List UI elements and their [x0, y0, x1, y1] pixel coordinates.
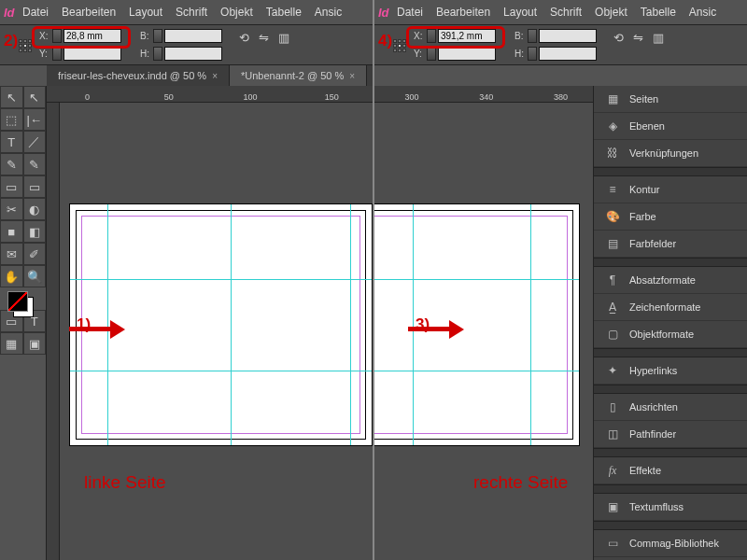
close-icon[interactable]: ×	[212, 71, 218, 81]
panel-separator	[594, 484, 747, 494]
panel-ausrichten[interactable]: ▯Ausrichten	[594, 394, 747, 421]
line-tool[interactable]: ／	[23, 131, 47, 153]
menu-objekt[interactable]: Objekt	[220, 6, 253, 19]
y-input[interactable]	[438, 47, 496, 61]
tab-doc-2[interactable]: *Unbenannt-2 @ 50 %×	[230, 65, 367, 86]
panel-separator	[594, 521, 747, 530]
menu-bearbeiten[interactable]: Bearbeiten	[62, 6, 116, 19]
guide-vertical[interactable]	[530, 204, 531, 445]
w-input[interactable]	[539, 29, 597, 43]
menu-schrift[interactable]: Schrift	[550, 6, 582, 19]
panel-farbe[interactable]: 🎨Farbe	[594, 203, 747, 231]
tab-label: *Unbenannt-2 @ 50 %	[241, 70, 344, 81]
panel-ebenen[interactable]: ◈Ebenen	[594, 113, 747, 140]
transform-tool[interactable]: ◐	[23, 198, 47, 220]
align-icon[interactable]: ▥	[278, 31, 289, 45]
panel-bibliothek[interactable]: ▭Commag-Bibliothek	[594, 530, 747, 557]
panel-label: Seiten	[629, 93, 658, 105]
hand-tool[interactable]: ✋	[0, 265, 23, 287]
close-icon[interactable]: ×	[349, 71, 355, 81]
pencil-tool[interactable]: ✎	[23, 153, 47, 175]
rotate-icon[interactable]: ⟲	[239, 31, 249, 45]
h-stepper[interactable]	[153, 47, 162, 61]
panel-label: Effekte	[629, 465, 661, 476]
panel-kontur[interactable]: ≡Kontur	[594, 176, 747, 203]
panel-textumfluss[interactable]: ▣Textumfluss	[594, 494, 747, 521]
flip-icon[interactable]: ⇋	[633, 31, 643, 45]
w-label: B:	[514, 31, 526, 41]
swatch-tool[interactable]: ◧	[23, 220, 47, 243]
color-icon: 🎨	[605, 210, 620, 223]
guide-vertical[interactable]	[231, 204, 232, 445]
note-tool[interactable]: ✉	[0, 243, 23, 265]
menu-layout[interactable]: Layout	[129, 6, 162, 19]
panel-farbfelder[interactable]: ▤Farbfelder	[594, 231, 747, 258]
flip-icon[interactable]: ⇋	[259, 31, 269, 45]
menu-datei[interactable]: Datei	[22, 6, 49, 19]
fill-stroke-swatch[interactable]	[0, 287, 46, 325]
menu-tabelle[interactable]: Tabelle	[641, 6, 676, 19]
panel-effekte[interactable]: fxEffekte	[594, 457, 747, 484]
app-logo: Id	[4, 6, 15, 20]
menu-schrift[interactable]: Schrift	[176, 6, 207, 19]
menu-layout[interactable]: Layout	[503, 6, 537, 19]
panel-zeichenformate[interactable]: A̲Zeichenformate	[594, 294, 747, 321]
document-tabs: friseur-les-cheveux.indd @ 50 %× *Unbena…	[47, 65, 373, 86]
guide-vertical[interactable]	[350, 204, 351, 445]
direct-selection-tool[interactable]: ↖	[23, 86, 47, 108]
panel-absatzformate[interactable]: ¶Absatzformate	[594, 267, 747, 294]
vertical-ruler[interactable]	[47, 103, 60, 560]
h-stepper[interactable]	[528, 47, 537, 61]
align-icon[interactable]: ▥	[653, 31, 664, 45]
h-input[interactable]	[539, 47, 597, 61]
menu-ansicht[interactable]: Ansic	[315, 6, 342, 19]
panel-separator	[594, 385, 747, 394]
document-canvas[interactable]: 1) linke Seite	[60, 103, 373, 560]
menu-ansicht[interactable]: Ansic	[689, 6, 716, 19]
guide-horizontal[interactable]	[70, 371, 372, 371]
rotate-icon[interactable]: ⟲	[613, 31, 624, 45]
selection-tool[interactable]: ↖	[0, 86, 23, 108]
panel-seiten[interactable]: ▦Seiten	[594, 86, 747, 113]
guide-horizontal[interactable]	[373, 279, 579, 280]
y-stepper[interactable]	[427, 47, 436, 61]
reference-point-icon[interactable]	[19, 39, 33, 53]
panel-label: Farbfelder	[629, 238, 676, 249]
gradient-tool[interactable]: ■	[0, 220, 23, 243]
gap-tool[interactable]: |←	[23, 108, 47, 131]
scissors-tool[interactable]: ✂	[0, 198, 23, 220]
panel-objektformate[interactable]: ▢Objektformate	[594, 321, 747, 348]
page-tool[interactable]: ⬚	[0, 108, 23, 131]
h-input[interactable]	[164, 47, 222, 61]
menu-objekt[interactable]: Objekt	[595, 6, 627, 19]
highlight-box-4	[406, 26, 505, 49]
panel-verknuepfungen[interactable]: ⛓Verknüpfungen	[594, 140, 747, 167]
panel-pathfinder[interactable]: ◫Pathfinder	[594, 421, 747, 448]
rectangle-tool[interactable]: ▭	[23, 175, 47, 198]
y-input[interactable]	[63, 47, 121, 61]
eyedropper-tool[interactable]: ✐	[23, 243, 47, 265]
y-label: Y:	[414, 49, 425, 59]
w-stepper[interactable]	[153, 29, 162, 43]
w-input[interactable]	[164, 29, 222, 43]
zoom-tool[interactable]: 🔍	[23, 265, 47, 287]
layers-icon: ◈	[605, 119, 620, 133]
frame-tool[interactable]: ▭	[0, 175, 23, 198]
view-mode[interactable]: ▦	[0, 332, 23, 355]
guide-horizontal[interactable]	[373, 371, 579, 371]
pen-tool[interactable]: ✎	[0, 153, 23, 175]
w-stepper[interactable]	[528, 29, 537, 43]
page-right[interactable]	[373, 203, 580, 446]
panel-hyperlinks[interactable]: ✦Hyperlinks	[594, 357, 747, 385]
reference-point-icon[interactable]	[393, 39, 407, 53]
screen-mode[interactable]: ▣	[23, 332, 47, 355]
menu-tabelle[interactable]: Tabelle	[266, 6, 302, 19]
horizontal-ruler[interactable]: 0 50 100 150	[47, 86, 373, 103]
menu-datei[interactable]: Datei	[397, 6, 423, 19]
guide-horizontal[interactable]	[70, 279, 372, 280]
type-tool[interactable]: T	[0, 131, 23, 153]
tab-doc-1[interactable]: friseur-les-cheveux.indd @ 50 %×	[47, 65, 230, 86]
menu-bearbeiten[interactable]: Bearbeiten	[436, 6, 490, 19]
align-icon: ▯	[605, 400, 620, 413]
y-stepper[interactable]	[52, 47, 62, 61]
